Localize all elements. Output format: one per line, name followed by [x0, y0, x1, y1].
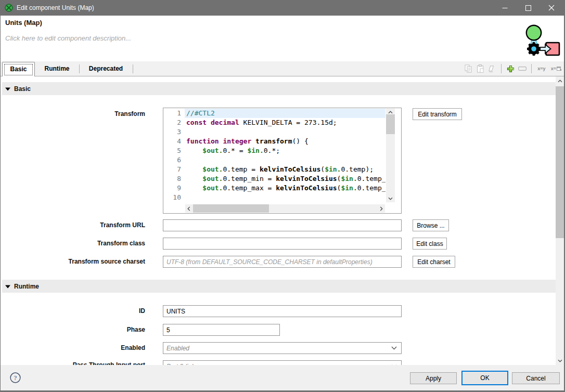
expression-icon[interactable]: x=y	[536, 64, 547, 73]
code-token: $in.	[341, 175, 357, 182]
cancel-button[interactable]: Cancel	[512, 372, 560, 384]
transform-url-input[interactable]	[163, 219, 402, 231]
transform-code-editor[interactable]: 12345678910 //#CTL2const decimal KELVIN_…	[163, 108, 402, 214]
scroll-up-arrow[interactable]	[556, 76, 564, 85]
code-token: 0.temp_max);	[357, 184, 386, 192]
line-number: 7	[163, 165, 185, 174]
line-number: 6	[163, 155, 185, 165]
code-line: $out.0.temp_min = kelvinToCelsius($in.0.…	[185, 174, 386, 184]
code-token: $out.	[202, 165, 223, 173]
code-token: () {	[292, 137, 309, 145]
titlebar: Edit component Units (Map)	[0, 0, 565, 16]
code-token: 0.*;	[264, 147, 280, 154]
transform-label: Transform	[1, 110, 145, 117]
code-token: 0.temp);	[341, 165, 374, 173]
transform-url-label: Transform URL	[1, 221, 145, 229]
help-icon[interactable]: ?	[10, 372, 21, 383]
code-line	[185, 155, 386, 165]
line-number: 5	[163, 146, 185, 155]
edit-charset-button[interactable]: Edit charset	[413, 256, 455, 268]
pass-through-input-port-combo[interactable]: Port 0 (in)	[163, 360, 402, 365]
add-icon[interactable]	[506, 64, 515, 73]
scroll-right-arrow[interactable]	[378, 204, 385, 213]
main-vertical-scrollbar[interactable]	[556, 76, 564, 365]
code-token: KELVIN_DELTA = 273.15d;	[239, 119, 337, 126]
browse-button[interactable]: Browse ...	[413, 219, 449, 231]
enabled-label: Enabled	[1, 344, 145, 351]
tab-separator	[133, 64, 133, 73]
scroll-thumb[interactable]	[556, 86, 564, 238]
component-description-placeholder[interactable]: Click here to edit component description…	[5, 34, 131, 42]
window-title: Edit component Units (Map)	[17, 0, 94, 16]
code-token: $out.	[202, 147, 223, 154]
code-token: 0.temp_min);	[357, 175, 386, 182]
code-line: const decimal KELVIN_DELTA = 273.15d;	[185, 118, 386, 127]
apply-button[interactable]: Apply	[410, 372, 457, 384]
collapse-triangle-icon	[5, 87, 10, 91]
tab-deprecated[interactable]: Deprecated	[79, 62, 133, 76]
properties-scroll-area: Basic Transform 12345678910 //#CTL2const…	[1, 76, 564, 365]
close-button[interactable]	[540, 0, 563, 16]
code-line	[185, 127, 386, 137]
toolbar-separator	[531, 64, 532, 73]
code-token: decimal	[211, 119, 239, 126]
tab-runtime[interactable]: Runtime	[35, 62, 79, 76]
expression-dialog-icon[interactable]: x=	[550, 64, 562, 73]
editor-vertical-scrollbar[interactable]	[386, 109, 395, 202]
code-line: //#CTL2	[185, 109, 386, 118]
property-toolbar: x=y x=	[464, 62, 562, 75]
scroll-down-arrow[interactable]	[386, 195, 395, 202]
code-token: $in.	[325, 165, 341, 173]
code-line: $out.0.temp = kelvinToCelsius($in.0.temp…	[185, 165, 386, 174]
transform-source-charset-input[interactable]	[163, 256, 402, 268]
pass-through-input-port-label: Pass Through Input port	[1, 361, 145, 365]
editor-line-numbers: 12345678910	[163, 109, 185, 202]
phase-input[interactable]	[163, 324, 280, 336]
tab-basic-label: Basic	[3, 66, 34, 73]
minimize-button[interactable]	[493, 0, 517, 16]
eraser-icon[interactable]	[488, 64, 496, 73]
transform-class-input[interactable]	[163, 238, 402, 250]
scroll-thumb[interactable]	[193, 204, 269, 213]
phase-label: Phase	[1, 326, 145, 333]
transform-class-label: Transform class	[1, 240, 145, 247]
code-token: function	[186, 137, 219, 145]
scroll-down-arrow[interactable]	[556, 356, 564, 365]
editor-code[interactable]: //#CTL2const decimal KELVIN_DELTA = 273.…	[185, 109, 386, 204]
ok-button[interactable]: OK	[461, 371, 508, 385]
maximize-button[interactable]	[517, 0, 540, 16]
section-basic[interactable]: Basic	[2, 82, 556, 95]
tab-basic[interactable]: Basic	[2, 62, 35, 76]
remove-icon[interactable]	[518, 64, 527, 73]
editor-horizontal-scrollbar[interactable]	[185, 204, 385, 213]
scroll-thumb[interactable]	[386, 114, 395, 134]
code-token: $out.	[202, 175, 223, 182]
code-token	[186, 175, 202, 182]
line-number: 1	[163, 109, 185, 118]
enabled-combo[interactable]: Enabled	[163, 342, 402, 354]
code-token: $out.	[202, 184, 223, 192]
paste-icon[interactable]	[476, 64, 484, 73]
id-input[interactable]	[163, 305, 402, 317]
code-token: //#CTL2	[186, 109, 215, 117]
copy-icon[interactable]	[464, 64, 472, 73]
line-number: 2	[163, 118, 185, 127]
svg-text:?: ?	[14, 374, 17, 382]
code-line: $out.0.* = $in.0.*;	[185, 146, 386, 155]
code-token: 0.temp_min =	[223, 175, 276, 182]
code-token: 0.* =	[223, 147, 247, 154]
scroll-left-arrow[interactable]	[185, 204, 192, 213]
edit-class-button[interactable]: Edit class	[413, 238, 447, 250]
section-runtime[interactable]: Runtime	[2, 280, 556, 293]
code-token: integer	[223, 137, 251, 145]
code-token	[186, 184, 202, 192]
app-icon	[5, 4, 13, 12]
code-token: transform	[255, 137, 292, 145]
dialog-window: Edit component Units (Map) Units (Map) C…	[0, 0, 565, 392]
enabled-combo-value: Enabled	[166, 345, 391, 352]
section-runtime-label: Runtime	[14, 283, 39, 290]
code-token	[251, 137, 255, 145]
line-number: 8	[163, 174, 185, 184]
edit-transform-button[interactable]: Edit transform	[413, 108, 462, 120]
map-component-icon	[524, 23, 561, 57]
